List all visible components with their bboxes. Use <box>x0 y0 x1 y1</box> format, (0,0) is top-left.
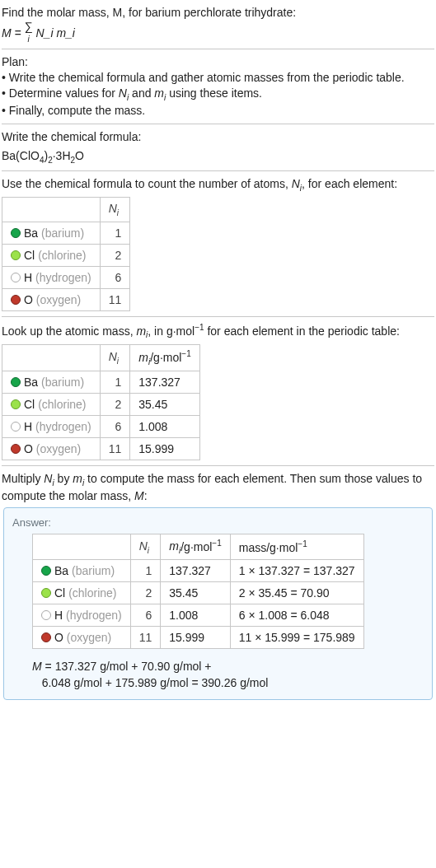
hdr-Ni: Ni <box>100 345 130 371</box>
mass-value: 137.327 <box>161 560 230 582</box>
mass-eq-value: 11 × 15.999 = 175.989 <box>230 627 363 649</box>
element-symbol: Cl <box>24 249 35 262</box>
blank-header <box>33 534 131 559</box>
blank-header <box>2 198 101 222</box>
mass-value: 137.327 <box>130 371 199 393</box>
intro-line: Find the molar mass, M, for barium perch… <box>2 6 296 19</box>
table-row: H (hydrogen) 6 <box>2 267 130 289</box>
count-value: 1 <box>130 560 161 582</box>
element-dot-icon <box>41 632 51 642</box>
formula-part: Ba(ClO <box>2 149 40 162</box>
element-cell-h: H (hydrogen) <box>2 415 101 437</box>
mult-N: N <box>44 472 52 485</box>
element-name: (chlorine) <box>38 249 86 262</box>
element-cell-cl: Cl (chlorine) <box>2 245 101 267</box>
element-name: (barium) <box>41 226 84 240</box>
mi-sup: −1 <box>212 539 221 548</box>
element-name: (oxygen) <box>36 442 81 455</box>
table-row: Cl (chlorine) 2 <box>2 245 130 267</box>
element-symbol: H <box>24 271 32 284</box>
sum-sigma: ∑i <box>25 21 33 44</box>
sum-eq-M: M = <box>2 26 25 40</box>
table-header-row: Ni <box>2 198 130 222</box>
element-symbol: H <box>24 420 32 433</box>
table-row: Ba (barium) 1 <box>2 222 130 245</box>
blank-header <box>2 345 101 371</box>
lookup-line: Look up the atomic mass, mi, in g·mol−1 … <box>2 322 434 341</box>
element-symbol: Ba <box>24 226 38 240</box>
count-value: 11 <box>100 289 130 311</box>
count-text: Use the chemical formula to count the nu… <box>2 177 292 190</box>
answer-label: Answer: <box>12 516 424 529</box>
hdr-mass-text: mass/g·mol <box>239 541 298 554</box>
table-header-row: Ni mi/g·mol−1 mass/g·mol−1 <box>33 534 364 559</box>
mult-colon: : <box>144 489 148 502</box>
element-symbol: H <box>54 609 63 622</box>
element-symbol: O <box>24 442 33 455</box>
plan-2-b: and <box>129 86 154 100</box>
count-value: 6 <box>130 604 161 627</box>
mult-M: M <box>134 489 144 502</box>
element-symbol: Ba <box>24 376 38 389</box>
count-atoms-line: Use the chemical formula to count the nu… <box>2 176 434 194</box>
divider <box>2 316 434 317</box>
table-row: Ba (barium) 1 137.327 <box>2 371 200 393</box>
mass-value: 15.999 <box>161 627 230 649</box>
element-dot-icon <box>11 422 21 432</box>
table-header-row: Ni mi/g·mol−1 <box>2 345 200 371</box>
element-symbol: O <box>24 293 33 306</box>
element-cell-h: H (hydrogen) <box>2 267 101 289</box>
element-name: (barium) <box>72 564 115 577</box>
element-name: (oxygen) <box>67 631 111 644</box>
mass-value: 1.008 <box>130 415 199 437</box>
divider <box>2 170 434 171</box>
element-dot-icon <box>11 377 21 387</box>
element-name: (oxygen) <box>36 293 81 306</box>
plan-item-2: • Determine values for Ni and mi using t… <box>2 86 262 100</box>
mass-eq-value: 2 × 35.45 = 70.90 <box>230 582 363 604</box>
count-value: 2 <box>100 393 130 415</box>
element-symbol: Cl <box>54 586 65 600</box>
element-name: (chlorine) <box>38 398 86 411</box>
mass-eq-value: 1 × 137.327 = 137.327 <box>230 560 363 582</box>
mass-value: 1.008 <box>161 604 230 627</box>
lookup-text3: for each element in the periodic table: <box>204 324 400 338</box>
mass-value: 15.999 <box>130 437 199 460</box>
formula-part: ·3H <box>53 149 71 162</box>
table-row: Cl (chlorine) 2 35.45 <box>2 393 200 415</box>
element-cell-h: H (hydrogen) <box>33 604 131 627</box>
count-value: 2 <box>100 245 130 267</box>
mass-sup: −1 <box>298 539 307 548</box>
element-name: (hydrogen) <box>35 271 91 284</box>
plan-2-a: • Determine values for <box>2 86 119 100</box>
plan-item-3: • Finally, compute the mass. <box>2 104 145 117</box>
table-row: O (oxygen) 11 15.999 11 × 15.999 = 175.9… <box>33 627 364 649</box>
element-dot-icon <box>11 228 21 238</box>
element-name: (hydrogen) <box>66 609 122 622</box>
element-dot-icon <box>11 295 21 305</box>
element-cell-ba: Ba (barium) <box>2 222 101 245</box>
sigma-index: i <box>28 35 30 44</box>
element-cell-cl: Cl (chlorine) <box>33 582 131 604</box>
lookup-sup: −1 <box>195 323 204 332</box>
hdr-Ni: Ni <box>100 198 130 222</box>
mass-table: Ni mi/g·mol−1 Ba (barium) 1 137.327 Cl (… <box>2 344 200 460</box>
count-value: 1 <box>100 371 130 393</box>
hdr-Ni: Ni <box>130 534 161 559</box>
document-body: Find the molar mass, M, for barium perch… <box>0 0 436 708</box>
mult-t0: Multiply <box>2 472 44 485</box>
plan-item-1: • Write the chemical formula and gather … <box>2 71 405 84</box>
mult-t1: by <box>54 472 73 485</box>
sigma-symbol: ∑ <box>25 20 33 33</box>
lookup-text: Look up the atomic mass, <box>2 324 136 338</box>
lookup-text2: , in g·mol <box>148 324 195 338</box>
element-cell-ba: Ba (barium) <box>2 371 101 393</box>
plan-label: Plan: <box>2 55 28 68</box>
table-row: H (hydrogen) 6 1.008 6 × 1.008 = 6.048 <box>33 604 364 627</box>
mult-m: m <box>73 472 82 485</box>
divider <box>2 124 434 124</box>
chemical-formula: Ba(ClO4)2·3H2O <box>2 148 434 166</box>
count-value: 1 <box>100 222 130 245</box>
element-cell-ba: Ba (barium) <box>33 560 131 582</box>
mass-value: 35.45 <box>161 582 230 604</box>
